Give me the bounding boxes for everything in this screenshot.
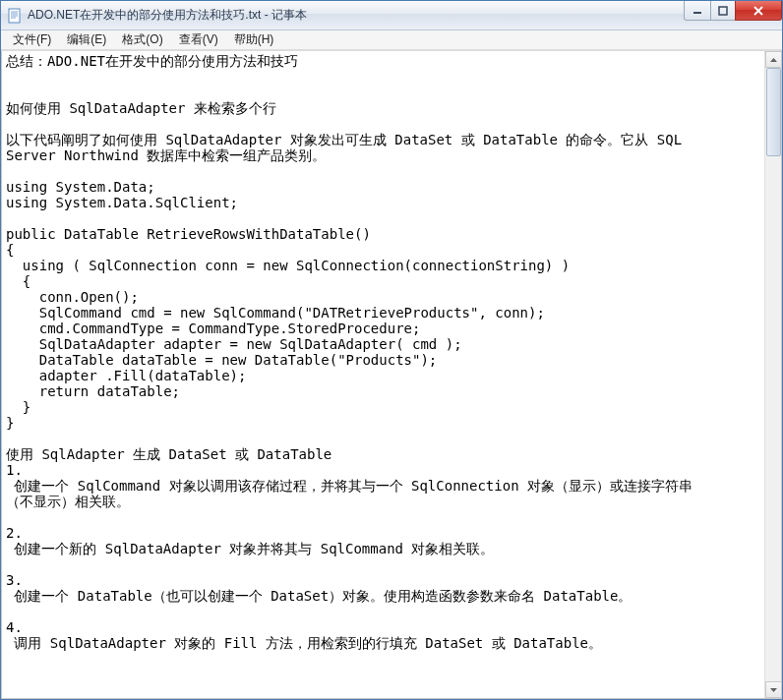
svg-rect-5 — [693, 12, 701, 14]
menubar: 文件(F) 编辑(E) 格式(O) 查看(V) 帮助(H) — [1, 30, 782, 50]
svg-rect-6 — [719, 7, 727, 15]
minimize-button[interactable] — [684, 1, 711, 21]
menu-edit[interactable]: 编辑(E) — [59, 29, 114, 50]
window-controls — [685, 1, 782, 21]
scroll-down-button[interactable] — [765, 681, 782, 698]
menu-help[interactable]: 帮助(H) — [226, 29, 282, 50]
close-button[interactable] — [735, 1, 782, 21]
titlebar[interactable]: ADO.NET在开发中的部分使用方法和技巧.txt - 记事本 — [1, 1, 782, 30]
vertical-scrollbar[interactable] — [764, 51, 781, 698]
scroll-up-button[interactable] — [765, 51, 782, 68]
text-content[interactable]: 总结：ADO.NET在开发中的部分使用方法和技巧 如何使用 SqlDataAda… — [2, 51, 764, 698]
scroll-thumb[interactable] — [766, 68, 781, 156]
window-title: ADO.NET在开发中的部分使用方法和技巧.txt - 记事本 — [28, 7, 307, 24]
menu-view[interactable]: 查看(V) — [171, 29, 226, 50]
notepad-icon — [7, 8, 23, 24]
menu-file[interactable]: 文件(F) — [5, 29, 59, 50]
editor-area: 总结：ADO.NET在开发中的部分使用方法和技巧 如何使用 SqlDataAda… — [1, 50, 782, 699]
menu-format[interactable]: 格式(O) — [114, 29, 170, 50]
maximize-button[interactable] — [710, 1, 736, 21]
